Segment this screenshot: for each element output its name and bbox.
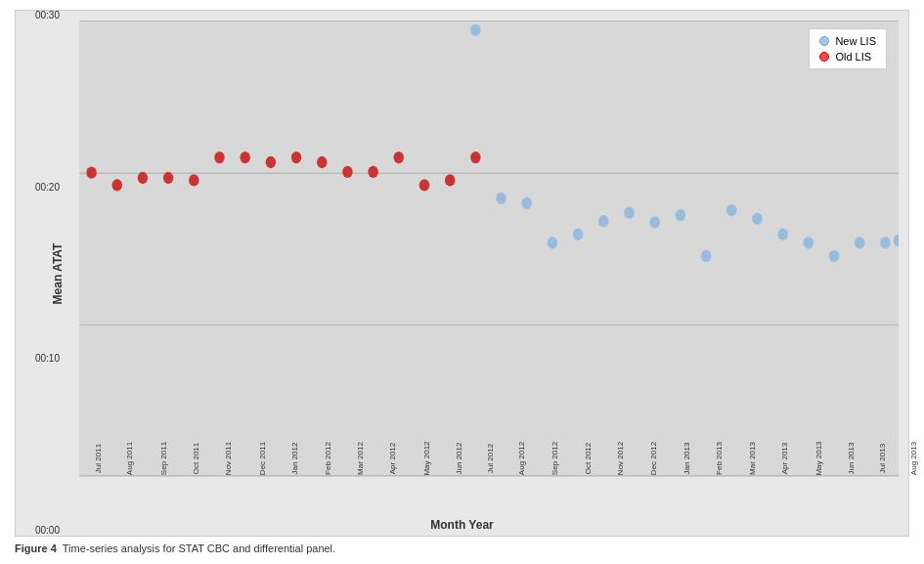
old-lis-point-13	[419, 179, 429, 191]
new-lis-point-21	[624, 206, 634, 218]
new-lis-point-30	[855, 237, 864, 248]
x-tick-17: Dec 2012	[649, 442, 658, 475]
x-tick-7: Feb 2012	[324, 442, 332, 475]
old-lis-point-15	[470, 152, 480, 163]
new-lis-point-28	[804, 237, 814, 248]
new-lis-point-20	[598, 215, 608, 227]
x-tick-15: Oct 2012	[584, 443, 593, 474]
old-lis-point-3	[163, 172, 173, 184]
y-tick-2: 00:10	[35, 354, 60, 364]
x-axis-label: Month Year	[430, 518, 493, 532]
new-lis-point-24	[701, 250, 711, 262]
old-lis-point-6	[240, 152, 249, 163]
x-axis-ticks: Jul 2011 Aug 2011 Sep 2011 Oct 2011 Nov …	[79, 452, 899, 500]
x-tick-16: Nov 2012	[616, 442, 625, 475]
old-lis-point-10	[342, 166, 352, 178]
x-tick-23: Jun 2013	[847, 443, 856, 475]
x-tick-25: Aug 2013	[909, 442, 918, 475]
y-tick-3: 00:20	[35, 183, 60, 193]
old-lis-point-0	[86, 167, 96, 179]
x-tick-19: Feb 2013	[715, 442, 724, 475]
x-tick-9: Apr 2012	[389, 443, 398, 474]
old-lis-point-9	[317, 156, 327, 168]
new-lis-point-19	[573, 229, 583, 240]
old-lis-point-4	[189, 174, 198, 186]
figure-caption: Figure 4 Time-series analysis for STAT C…	[15, 542, 909, 554]
y-tick-4: 00:30	[35, 11, 60, 21]
y-axis-ticks: 00:30 00:20 00:10 00:00	[16, 11, 65, 536]
x-tick-20: Mar 2013	[748, 442, 757, 475]
old-lis-point-11	[368, 166, 377, 178]
new-lis-point-17	[522, 197, 532, 209]
new-lis-point-32	[894, 235, 899, 246]
new-lis-point-26	[752, 213, 762, 225]
chart-wrapper: Mean ATAT 00:30 00:20 00:10 00:00 New LI…	[15, 10, 909, 537]
x-tick-22: May 2013	[814, 441, 822, 475]
new-lis-point-outlier	[470, 24, 480, 36]
x-tick-1: Aug 2011	[125, 442, 134, 475]
new-lis-point-29	[829, 250, 839, 262]
x-tick-18: Jan 2013	[682, 443, 691, 475]
x-tick-3: Oct 2011	[192, 443, 200, 474]
old-lis-point-12	[394, 152, 404, 163]
y-tick-1: 00:00	[35, 526, 60, 536]
old-lis-point-1	[112, 179, 122, 191]
old-lis-point-14	[445, 174, 455, 186]
old-lis-point-8	[291, 152, 301, 163]
x-tick-2: Sep 2011	[159, 442, 168, 475]
x-tick-12: Jul 2012	[486, 444, 495, 473]
scatter-plot	[79, 21, 899, 477]
new-lis-point-31	[880, 237, 890, 248]
x-tick-0: Jul 2011	[94, 444, 103, 473]
new-lis-point-25	[726, 204, 736, 216]
x-tick-14: Sep 2012	[550, 442, 559, 475]
x-tick-10: May 2012	[421, 441, 430, 475]
new-lis-point-23	[676, 209, 685, 221]
caption-body: Time-series analysis for STAT CBC and di…	[63, 542, 335, 554]
x-tick-6: Jan 2012	[290, 443, 299, 475]
x-tick-21: Apr 2013	[780, 443, 789, 474]
x-tick-13: Aug 2012	[517, 442, 526, 475]
old-lis-point-7	[266, 156, 276, 168]
x-tick-5: Dec 2011	[258, 442, 267, 475]
old-lis-point-2	[138, 172, 148, 184]
x-tick-4: Nov 2011	[224, 442, 233, 475]
chart-area: New LIS Old LIS	[79, 21, 899, 477]
new-lis-point-18	[548, 237, 557, 248]
x-tick-11: Jun 2012	[455, 443, 463, 475]
figure-number: Figure 4	[15, 542, 57, 554]
x-tick-8: Mar 2012	[356, 442, 365, 475]
new-lis-point-22	[649, 216, 659, 228]
new-lis-point-16	[496, 193, 506, 204]
page-container: Mean ATAT 00:30 00:20 00:10 00:00 New LI…	[0, 0, 924, 564]
x-tick-24: Jul 2013	[878, 444, 887, 473]
old-lis-point-5	[214, 152, 224, 163]
new-lis-point-27	[777, 229, 787, 240]
